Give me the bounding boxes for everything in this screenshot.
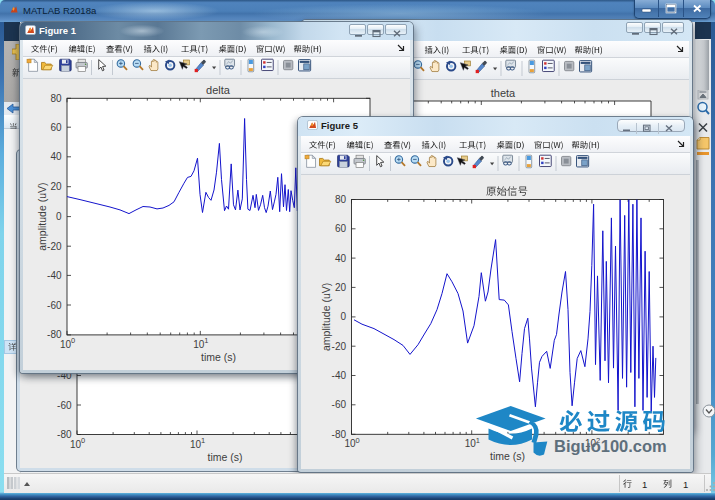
svg-text:delta: delta	[206, 84, 231, 96]
svg-text:1: 1	[683, 479, 688, 490]
svg-text:Biguo100.com: Biguo100.com	[554, 437, 667, 455]
svg-text:0: 0	[71, 336, 75, 345]
svg-text:time (s): time (s)	[208, 451, 243, 463]
svg-text:80: 80	[50, 93, 62, 104]
svg-text:1: 1	[642, 479, 647, 490]
svg-text:10: 10	[193, 339, 205, 350]
svg-text:10: 10	[345, 438, 357, 449]
svg-text:-20: -20	[332, 341, 347, 352]
svg-text:60: 60	[335, 223, 347, 234]
svg-text:60: 60	[50, 122, 62, 133]
svg-text:20: 20	[335, 282, 347, 293]
svg-text:amplitude (uV): amplitude (uV)	[36, 182, 48, 250]
svg-text:0: 0	[356, 436, 360, 445]
svg-text:-60: -60	[332, 399, 347, 410]
svg-text:10: 10	[70, 439, 82, 450]
svg-text:-20: -20	[47, 241, 62, 252]
svg-text:80: 80	[335, 194, 347, 205]
svg-text:-40: -40	[332, 370, 347, 381]
svg-text:theta: theta	[491, 87, 516, 99]
svg-text:-60: -60	[47, 300, 62, 311]
svg-text:20: 20	[50, 181, 62, 192]
svg-text:1: 1	[201, 436, 205, 445]
svg-text:0: 0	[340, 311, 346, 322]
svg-text:-60: -60	[57, 400, 72, 411]
svg-text:0: 0	[56, 211, 62, 222]
svg-text:time (s): time (s)	[201, 351, 236, 363]
svg-text:40: 40	[335, 253, 347, 264]
svg-text:10: 10	[190, 439, 202, 450]
svg-text:40: 40	[50, 151, 62, 162]
svg-text:1: 1	[204, 336, 208, 345]
svg-text:10: 10	[60, 339, 72, 350]
svg-text:-40: -40	[47, 270, 62, 281]
svg-text:amplitude (uV): amplitude (uV)	[320, 283, 332, 351]
svg-text:0: 0	[81, 436, 85, 445]
